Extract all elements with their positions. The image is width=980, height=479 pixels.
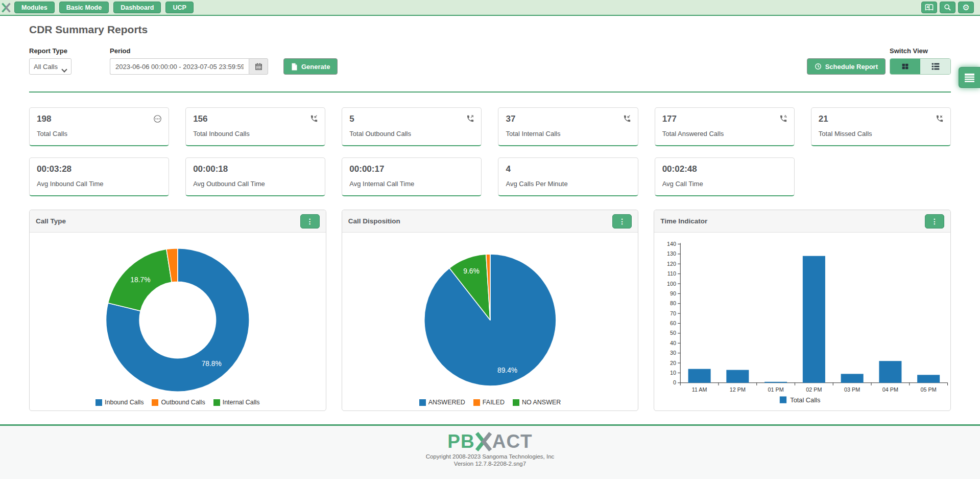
panel-menu-button[interactable]: ⋮ [925, 214, 944, 229]
pbxact-x-logo-icon [1, 2, 11, 13]
report-type-select[interactable]: All Calls [29, 58, 71, 75]
switch-view-label: Switch View [890, 47, 951, 55]
legend-swatch [213, 399, 220, 406]
file-icon [291, 63, 298, 71]
kebab-icon: ⋮ [306, 217, 314, 225]
stat-value: 177 [662, 114, 787, 124]
bar [803, 256, 825, 383]
period-input[interactable] [110, 58, 249, 75]
sidebar-toggle-button[interactable] [959, 67, 980, 88]
table-icon [964, 73, 975, 82]
switch-view-block: Schedule Report Switch View [807, 47, 951, 75]
stat-label: Avg Outbound Call Time [193, 180, 318, 188]
report-type-group: Report Type All Calls [29, 47, 71, 75]
panel-menu-button[interactable]: ⋮ [300, 214, 320, 229]
call-type-chart: 78.8%18.7%Inbound CallsOutbound CallsInt… [30, 233, 326, 410]
stats-row-1: 198Total Calls156Total Inbound Calls5Tot… [29, 107, 951, 146]
logo-text-act: ACT [492, 431, 533, 452]
stat-card-avg-outbound-call-time: 00:00:18Avg Outbound Call Time [185, 157, 325, 196]
stat-label: Total Outbound Calls [349, 130, 474, 138]
calendar-button[interactable] [249, 58, 268, 75]
nav-button-dashboard[interactable]: Dashboard [113, 2, 161, 13]
generate-button[interactable]: Generate [283, 58, 338, 75]
nav-button-modules[interactable]: Modules [14, 2, 55, 13]
stat-label: Avg Inbound Call Time [37, 180, 161, 188]
generate-button-label: Generate [301, 63, 330, 71]
stat-card-total-answered-calls: 177Total Answered Calls [655, 107, 795, 146]
panel-menu-button[interactable]: ⋮ [612, 214, 632, 229]
period-group: Period [110, 47, 268, 75]
stat-card-total-internal-calls: 37Total Internal Calls [498, 107, 638, 146]
stat-value: 00:03:28 [37, 164, 161, 174]
panel-header: Time Indicator ⋮ [654, 210, 950, 233]
view-toggle-group [890, 58, 951, 75]
svg-text:80: 80 [670, 300, 676, 306]
call-type-svg: 78.8%18.7% [30, 235, 326, 397]
stat-card-avg-internal-call-time: 00:00:17Avg Internal Call Time [342, 157, 482, 196]
svg-text:10: 10 [670, 370, 676, 376]
filter-row: Report Type All Calls Period [29, 47, 951, 75]
svg-text:40: 40 [670, 340, 676, 346]
svg-text:A: A [926, 5, 929, 9]
nav-button-ucp[interactable]: UCP [165, 2, 193, 13]
list-view-icon [931, 63, 940, 70]
slice-label: 18.7% [130, 276, 150, 284]
schedule-report-button[interactable]: Schedule Report [807, 58, 886, 75]
legend-item: Outbound Calls [152, 399, 205, 406]
clock-icon [815, 63, 822, 70]
svg-text:140: 140 [667, 241, 676, 247]
search-button[interactable] [940, 2, 955, 13]
calendar-icon [255, 63, 262, 71]
stat-label: Total Answered Calls [662, 130, 787, 138]
svg-text:100: 100 [667, 281, 676, 287]
schedule-report-label: Schedule Report [825, 63, 878, 71]
logo-x-icon [473, 431, 494, 452]
stat-card-total-outbound-calls: 5Total Outbound Calls [342, 107, 482, 146]
copyright-text: Copyright 2008-2023 Sangoma Technologies… [0, 453, 980, 460]
phone-missed-icon [936, 115, 944, 123]
svg-text:60: 60 [670, 320, 676, 326]
legend-item: FAILED [473, 399, 505, 406]
legend-swatch [513, 399, 519, 406]
grid-view-button[interactable] [890, 59, 920, 74]
settings-button[interactable]: ⚙ [958, 2, 974, 13]
panel-title: Time Indicator [660, 217, 707, 225]
legend-label: Internal Calls [223, 399, 260, 406]
period-label: Period [110, 47, 268, 55]
list-view-button[interactable] [920, 59, 950, 74]
chart-panel-call-disposition: Call Disposition ⋮ 89.4%9.6%ANSWEREDFAIL… [342, 210, 639, 411]
svg-text:20: 20 [670, 360, 676, 366]
legend-swatch [95, 399, 102, 406]
logo-text-pbx: PB [447, 431, 474, 452]
panel-title: Call Type [36, 217, 66, 225]
legend-swatch [419, 399, 426, 406]
stat-card-total-missed-calls: 21Total Missed Calls [811, 107, 951, 146]
svg-text:30: 30 [670, 350, 676, 356]
svg-text:01 PM: 01 PM [768, 386, 784, 393]
chart-panel-call-type: Call Type ⋮ 78.8%18.7%Inbound CallsOutbo… [29, 210, 326, 411]
slice-label: 89.4% [497, 366, 517, 374]
search-icon [944, 4, 951, 11]
language-icon: A [925, 4, 934, 11]
legend-item: NO ANSWER [513, 399, 561, 406]
stat-label: Total Inbound Calls [193, 130, 318, 138]
stat-card-total-inbound-calls: 156Total Inbound Calls [185, 107, 325, 146]
stat-card-avg-inbound-call-time: 00:03:28Avg Inbound Call Time [29, 157, 169, 196]
chart-legend: Inbound CallsOutbound CallsInternal Call… [30, 399, 326, 406]
legend-item: Inbound Calls [95, 399, 144, 406]
bar [727, 370, 749, 383]
svg-text:130: 130 [667, 250, 676, 257]
language-button[interactable]: A [921, 2, 937, 13]
gear-icon: ⚙ [962, 4, 969, 12]
stat-value: 4 [506, 164, 630, 174]
legend-label: NO ANSWER [522, 399, 561, 406]
legend-item: ANSWERED [419, 399, 465, 406]
phone-outgoing-icon [466, 115, 474, 123]
stat-card-total-calls: 198Total Calls [29, 107, 169, 146]
nav-button-basic-mode[interactable]: Basic Mode [59, 2, 109, 13]
phone-incoming-icon [310, 115, 318, 123]
stat-value: 00:02:48 [662, 164, 787, 174]
chart-legend: ANSWEREDFAILEDNO ANSWER [342, 399, 638, 406]
svg-text:70: 70 [670, 310, 676, 316]
svg-text:50: 50 [670, 330, 676, 336]
